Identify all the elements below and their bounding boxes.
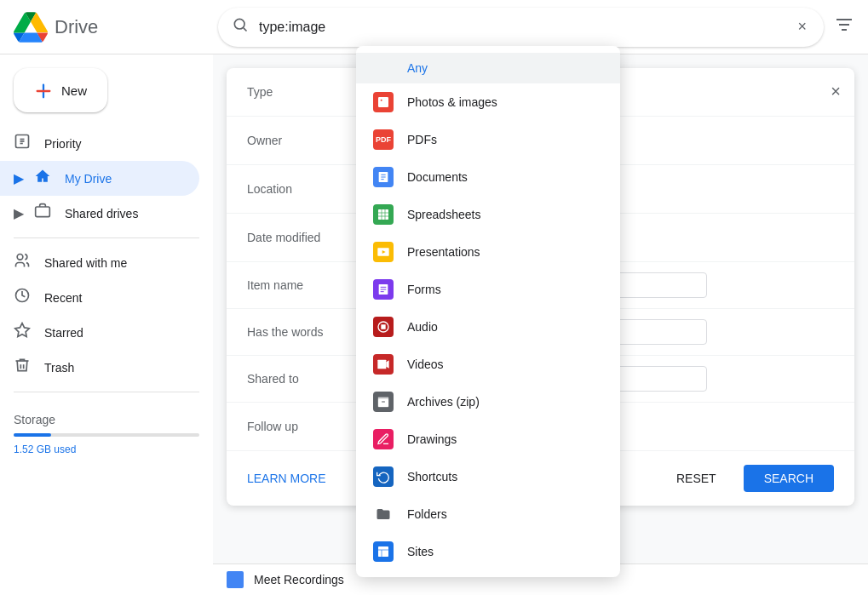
search-icon [232,16,249,37]
reset-button[interactable]: RESET [656,465,737,492]
folders-type-icon [373,504,394,524]
archives-label: Archives (zip) [407,395,480,409]
audio-type-icon [373,317,394,337]
recent-icon [14,287,31,308]
sidebar-item-label: Trash [44,361,74,375]
pdfs-type-icon: PDF [373,129,394,150]
folders-label: Folders [407,507,447,521]
filter-label-date: Date modified [247,231,366,244]
sidebar-divider [14,237,199,238]
my-drive-expand-icon: ▶ [14,170,24,186]
svg-point-0 [234,19,244,29]
svg-rect-21 [378,209,388,220]
sites-label: Sites [407,545,434,558]
documents-type-icon [373,167,394,187]
forms-label: Forms [407,283,441,296]
sidebar-item-label: Recent [44,291,82,305]
search-input[interactable] [259,20,794,35]
svg-rect-38 [378,546,388,557]
search-button[interactable]: SEARCH [744,465,834,492]
svg-rect-37 [382,401,385,402]
dropdown-item-forms[interactable]: Forms [356,271,620,308]
sidebar-item-trash[interactable]: Trash [0,350,199,385]
filter-label-follow-up: Follow up [247,420,366,433]
drawings-type-icon [373,429,394,449]
svg-rect-35 [378,399,388,407]
dropdown-item-photos[interactable]: Photos & images [356,83,620,121]
svg-rect-11 [36,207,50,217]
dropdown-item-folders[interactable]: Folders [356,495,620,533]
storage-bar-background [14,433,199,437]
priority-icon [14,133,31,154]
sidebar-item-recent[interactable]: Recent [0,280,199,315]
new-plus-icon [34,82,51,99]
sidebar-item-label: Shared drives [65,207,138,220]
search-bar[interactable]: × [218,8,824,47]
filter-label-shared-to: Shared to [247,372,366,386]
dropdown-item-audio[interactable]: Audio [356,308,620,346]
pdfs-label: PDFs [407,133,437,146]
dropdown-item-spreadsheets[interactable]: Spreadsheets [356,196,620,233]
videos-type-icon [373,354,394,375]
shared-drives-icon [34,203,51,224]
shared-drives-expand-icon: ▶ [14,205,24,221]
trash-icon [14,357,31,378]
meet-recordings-label: Meet Recordings [254,573,344,586]
sidebar-item-shared-drives[interactable]: ▶ Shared drives [0,196,199,231]
spreadsheets-label: Spreadsheets [407,208,480,221]
dropdown-item-archives[interactable]: Archives (zip) [356,383,620,421]
filter-label-has-words: Has the words [247,325,366,339]
app-title: Drive [55,16,98,38]
archives-type-icon [373,392,394,412]
storage-bar-fill [14,433,51,437]
svg-point-16 [381,100,382,101]
svg-rect-33 [377,360,386,369]
filter-close-button[interactable]: × [831,82,841,101]
svg-line-1 [244,28,247,31]
documents-label: Documents [407,170,468,184]
drawings-label: Drawings [407,432,457,446]
presentations-label: Presentations [407,245,480,259]
audio-label: Audio [407,320,438,334]
dropdown-item-shortcuts[interactable]: Shortcuts [356,458,620,495]
sidebar-item-starred[interactable]: Starred [0,315,199,350]
shortcuts-type-icon [373,466,394,487]
dropdown-item-videos[interactable]: Videos [356,346,620,383]
meet-recordings-icon [227,571,244,588]
storage-used-text: 1.52 GB used [14,443,199,455]
presentations-type-icon [373,242,394,262]
forms-type-icon [373,279,394,300]
dropdown-item-documents[interactable]: Documents [356,158,620,196]
storage-label: Storage [14,413,199,426]
learn-more-link[interactable]: LEARN MORE [247,472,326,485]
dropdown-item-any[interactable]: Any [356,53,620,83]
sidebar-item-label: Shared with me [44,256,127,270]
filter-label-location: Location [247,182,366,196]
my-drive-icon [34,168,51,189]
dropdown-item-presentations[interactable]: Presentations [356,233,620,271]
search-clear-button[interactable]: × [794,14,810,39]
svg-marker-34 [386,360,388,368]
sidebar-item-shared-with-me[interactable]: Shared with me [0,245,199,280]
svg-point-12 [17,255,23,260]
sidebar-divider-2 [14,392,199,392]
spreadsheets-type-icon [373,204,394,225]
dropdown-item-sites[interactable]: Sites [356,533,620,570]
svg-rect-36 [378,398,388,400]
search-filter-icon[interactable] [834,14,854,39]
starred-icon [14,322,31,343]
new-button[interactable]: New [14,68,107,112]
photos-type-icon [373,92,394,112]
dropdown-item-drawings[interactable]: Drawings [356,421,620,458]
photos-label: Photos & images [407,95,497,109]
sidebar-item-my-drive[interactable]: ▶ My Drive [0,161,199,196]
new-button-label: New [61,83,87,98]
sidebar-item-label: Starred [44,326,83,340]
filter-label-item-name: Item name [247,278,366,292]
sidebar: New Priority ▶ My Drive ▶ Shared drives [0,54,213,595]
sidebar-item-label: My Drive [65,172,112,186]
sidebar-item-label: Priority [44,137,82,151]
filter-label-type: Type [247,85,366,99]
sidebar-item-priority[interactable]: Priority [0,126,199,161]
dropdown-item-pdfs[interactable]: PDFPDFs [356,121,620,158]
